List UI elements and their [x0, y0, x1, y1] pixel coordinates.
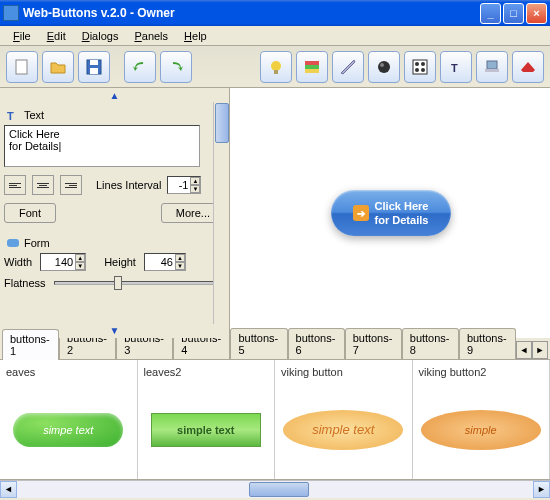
lines-interval-input[interactable]	[168, 179, 190, 191]
slider-thumb-icon[interactable]	[114, 276, 122, 290]
gallery-preview-button: simple text	[283, 410, 403, 450]
tabs-next-button[interactable]: ►	[532, 341, 548, 359]
svg-point-12	[415, 62, 419, 66]
tab-buttons-1[interactable]: buttons-1	[2, 329, 59, 360]
height-label: Height	[104, 256, 136, 268]
properties-panel: ▲ T Text Click Here for Details| Lines I…	[0, 88, 230, 338]
svg-rect-11	[413, 60, 427, 74]
tab-buttons-8[interactable]: buttons-8	[402, 328, 459, 359]
laptop-icon[interactable]	[476, 51, 508, 83]
svg-rect-0	[16, 60, 27, 74]
spinner-up-icon[interactable]: ▲	[75, 254, 85, 262]
gallery-preview-button: simpe text	[13, 413, 123, 447]
minimize-button[interactable]: _	[480, 3, 501, 24]
titlebar: Web-Buttons v.2.0 - Owner _ □ ×	[0, 0, 550, 26]
text-section-label: Text	[24, 109, 44, 121]
scroll-track[interactable]	[17, 481, 533, 498]
app-icon	[3, 5, 19, 21]
arrow-icon: ➔	[353, 205, 369, 221]
scroll-thumb[interactable]	[249, 482, 309, 497]
width-spinner[interactable]: ▲▼	[40, 253, 86, 271]
menu-dialogs[interactable]: Dialogs	[75, 28, 126, 44]
sphere-icon[interactable]	[368, 51, 400, 83]
tabs-prev-button[interactable]: ◄	[516, 341, 532, 359]
color-layers-icon[interactable]	[296, 51, 328, 83]
save-button[interactable]	[78, 51, 110, 83]
gallery-item[interactable]: viking button2 simple	[413, 360, 551, 479]
lines-interval-spinner[interactable]: ▲▼	[167, 176, 201, 194]
gallery-item-title: leaves2	[142, 364, 271, 384]
panel-scrollbar[interactable]	[213, 102, 229, 324]
gallery-item-title: eaves	[4, 364, 133, 384]
spinner-up-icon[interactable]: ▲	[190, 177, 200, 185]
tab-buttons-7[interactable]: buttons-7	[345, 328, 402, 359]
spinner-down-icon[interactable]: ▼	[190, 185, 200, 193]
svg-point-15	[421, 68, 425, 72]
scroll-left-button[interactable]: ◄	[0, 481, 17, 498]
open-button[interactable]	[42, 51, 74, 83]
new-button[interactable]	[6, 51, 38, 83]
panel-scroll-up-icon[interactable]: ▲	[0, 88, 229, 103]
width-input[interactable]	[41, 256, 75, 268]
main-area: ▲ T Text Click Here for Details| Lines I…	[0, 88, 550, 338]
font-button[interactable]: Font	[4, 203, 56, 223]
svg-point-9	[378, 61, 390, 73]
flatness-slider[interactable]	[54, 281, 225, 285]
align-left-button[interactable]	[4, 175, 26, 195]
redo-button[interactable]	[160, 51, 192, 83]
svg-text:T: T	[7, 110, 14, 122]
scroll-thumb[interactable]	[215, 103, 229, 143]
preview-button: ➔ Click Here for Details	[331, 190, 451, 236]
svg-rect-5	[274, 70, 278, 74]
ruler-icon[interactable]	[332, 51, 364, 83]
gallery-preview-button: simple text	[151, 413, 261, 447]
toolbar: T	[0, 46, 550, 88]
height-input[interactable]	[145, 256, 175, 268]
flatness-row: Flatness	[4, 277, 225, 289]
text-icon[interactable]: T	[440, 51, 472, 83]
tab-buttons-9[interactable]: buttons-9	[459, 328, 516, 359]
svg-rect-3	[90, 68, 98, 74]
spinner-down-icon[interactable]: ▼	[75, 262, 85, 270]
gallery-item-title: viking button	[279, 364, 408, 384]
spinner-up-icon[interactable]: ▲	[175, 254, 185, 262]
form-section-icon	[6, 236, 20, 250]
scroll-right-button[interactable]: ►	[533, 481, 550, 498]
close-button[interactable]: ×	[526, 3, 547, 24]
flatness-label: Flatness	[4, 277, 46, 289]
align-center-button[interactable]	[32, 175, 54, 195]
undo-button[interactable]	[124, 51, 156, 83]
maximize-button[interactable]: □	[503, 3, 524, 24]
height-spinner[interactable]: ▲▼	[144, 253, 186, 271]
svg-rect-8	[305, 69, 319, 73]
menu-file-label: ile	[20, 30, 31, 42]
text-section-header: T Text	[4, 105, 225, 125]
align-right-button[interactable]	[60, 175, 82, 195]
svg-point-4	[271, 61, 281, 71]
menu-file[interactable]: File	[6, 28, 38, 44]
menu-panels[interactable]: Panels	[127, 28, 175, 44]
gallery-item[interactable]: eaves simpe text	[0, 360, 138, 479]
svg-rect-18	[485, 69, 499, 72]
panel-content: T Text Click Here for Details| Lines Int…	[0, 103, 229, 323]
spinner-down-icon[interactable]: ▼	[175, 262, 185, 270]
menubar: File Edit Dialogs Panels Help	[0, 26, 550, 46]
menu-edit[interactable]: Edit	[40, 28, 73, 44]
window-title: Web-Buttons v.2.0 - Owner	[23, 6, 480, 20]
horizontal-scrollbar[interactable]: ◄ ►	[0, 480, 550, 497]
pattern-icon[interactable]	[404, 51, 436, 83]
tab-buttons-6[interactable]: buttons-6	[288, 328, 345, 359]
red-shape-icon[interactable]	[512, 51, 544, 83]
text-input[interactable]: Click Here for Details|	[4, 125, 200, 167]
menu-help[interactable]: Help	[177, 28, 214, 44]
svg-text:T: T	[451, 62, 458, 74]
preview-area: ➔ Click Here for Details	[230, 88, 550, 338]
svg-rect-7	[305, 65, 319, 69]
svg-rect-6	[305, 61, 319, 65]
tab-buttons-5[interactable]: buttons-5	[230, 328, 287, 359]
text-buttons-row: Font More...	[4, 203, 225, 223]
svg-point-10	[380, 63, 384, 67]
gallery-item[interactable]: viking button simple text	[275, 360, 413, 479]
light-icon[interactable]	[260, 51, 292, 83]
gallery-item[interactable]: leaves2 simple text	[138, 360, 276, 479]
